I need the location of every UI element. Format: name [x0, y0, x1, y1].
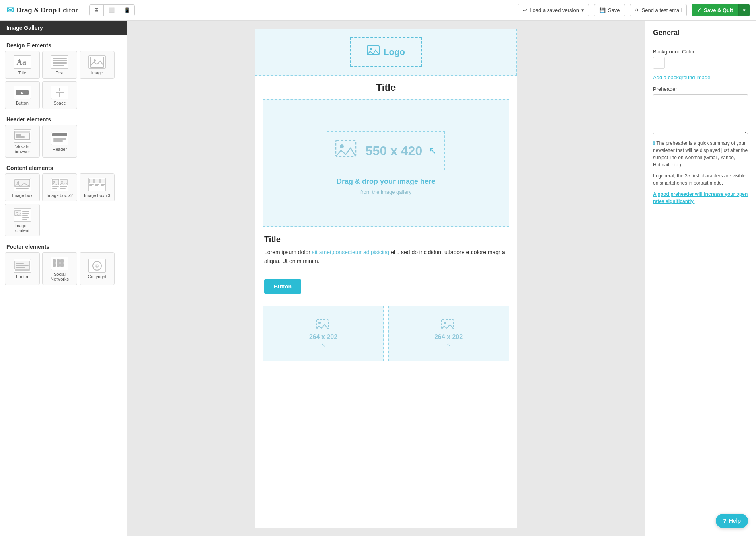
svg-rect-48 [16, 267, 25, 268]
text-element-card[interactable]: Text [42, 51, 77, 79]
image-box-x2-icon [51, 178, 68, 191]
image-gallery-button[interactable]: Image Gallery [0, 21, 127, 35]
save-quit-dropdown-button[interactable]: ▾ [738, 4, 750, 16]
svg-rect-12 [15, 131, 30, 133]
test-email-label: Send a test email [642, 7, 682, 13]
preheader-textarea[interactable] [653, 94, 748, 134]
svg-rect-17 [53, 140, 63, 142]
image-content-card[interactable]: Image + content [5, 204, 40, 236]
svg-point-59 [370, 48, 372, 50]
svg-rect-31 [101, 179, 105, 183]
canvas-title[interactable]: Title [255, 76, 517, 99]
social-networks-label: Social Networks [45, 272, 74, 281]
drag-drop-sub: from the image gallery [360, 189, 412, 195]
right-image-placeholder: 264 x 202 ↖ [435, 319, 463, 348]
logo-icon: ✉ [6, 5, 14, 16]
gallery-label: Image Gallery [6, 25, 43, 31]
tablet-device-button[interactable]: ⬜ [104, 5, 119, 16]
canvas-big-image-drop[interactable]: 550 x 420 ↖ Drag & drop your image here … [263, 99, 509, 227]
sidebar: Image Gallery Design Elements Aa| Title … [0, 21, 127, 536]
content-title: Title [264, 235, 508, 244]
design-elements-title: Design Elements [0, 38, 127, 51]
canvas-button[interactable]: Button [264, 279, 301, 294]
svg-point-22 [53, 181, 55, 183]
svg-rect-50 [53, 259, 56, 263]
social-networks-icon [51, 257, 68, 270]
panel-title: General [653, 29, 748, 37]
svg-point-63 [318, 322, 321, 324]
image-element-label: Image [91, 70, 103, 75]
svg-rect-36 [95, 185, 98, 186]
svg-rect-20 [16, 188, 29, 189]
svg-rect-18 [15, 179, 30, 187]
image-element-card[interactable]: Image [80, 51, 115, 79]
send-test-email-button[interactable]: ✈ Send a test email [630, 4, 687, 16]
save-button[interactable]: 💾 Save [594, 4, 625, 16]
save-quit-button[interactable]: ✓ Save & Quit [692, 4, 738, 16]
big-image-inner: 550 x 420 ↖ Drag & drop your image here … [327, 131, 445, 195]
svg-rect-16 [53, 138, 66, 140]
image-box-x2-card[interactable]: Image box x2 [42, 173, 77, 201]
svg-rect-30 [95, 179, 99, 183]
info-text1: The preheader is a quick summary of your… [653, 140, 748, 168]
logo-placeholder: Logo [350, 37, 422, 67]
save-quit-label: Save & Quit [704, 7, 733, 13]
view-in-browser-card[interactable]: View in browser [5, 125, 40, 158]
svg-rect-52 [60, 259, 64, 263]
title-element-card[interactable]: Aa| Title [5, 51, 40, 79]
footer-elements-title: Footer elements [0, 240, 127, 252]
copyright-card[interactable]: © Copyright [80, 252, 115, 285]
preheader-label: Preheader [653, 86, 748, 92]
svg-rect-41 [22, 213, 29, 214]
svg-rect-25 [52, 186, 59, 187]
svg-rect-15 [52, 133, 67, 136]
svg-rect-32 [89, 184, 94, 185]
desktop-device-button[interactable]: 🖥 [90, 5, 104, 16]
space-element-card[interactable]: Space [42, 81, 77, 109]
svg-point-65 [444, 322, 446, 324]
mobile-device-button[interactable]: 📱 [119, 5, 134, 16]
load-label: Load a saved version [530, 7, 579, 13]
svg-rect-46 [16, 263, 24, 264]
content-elements-title: Content elements [0, 161, 127, 173]
add-bg-image-link[interactable]: Add a background image [653, 74, 748, 80]
save-label: Save [608, 7, 620, 13]
social-networks-card[interactable]: Social Networks [42, 252, 77, 285]
footer-card[interactable]: Footer [5, 252, 40, 285]
image-box-card[interactable]: Image box [5, 173, 40, 201]
main-layout: Image Gallery Design Elements Aa| Title … [0, 21, 756, 536]
help-icon: ? [723, 518, 727, 524]
load-saved-version-button[interactable]: ↩ Load a saved version ▾ [518, 4, 589, 16]
svg-rect-34 [101, 184, 105, 185]
open-rates-link[interactable]: A good preheader will increase your open… [653, 191, 748, 204]
svg-rect-1 [53, 60, 67, 61]
canvas-left-image-drop[interactable]: 264 x 202 ↖ [263, 306, 384, 361]
svg-rect-26 [60, 186, 67, 187]
help-button[interactable]: ? Help [716, 514, 748, 528]
svg-rect-28 [60, 188, 66, 189]
canvas-right-image-drop[interactable]: 264 x 202 ↖ [388, 306, 509, 361]
image-box-x3-card[interactable]: Image box x3 [80, 173, 115, 201]
content-link[interactable]: sit amet,consectetur adipisicing [312, 249, 390, 255]
send-icon: ✈ [635, 7, 639, 13]
header-card[interactable]: Header [42, 125, 77, 158]
image-card-icon [88, 55, 106, 69]
image-box-x3-label: Image box x3 [84, 193, 110, 198]
header-elements-title: Header elements [0, 112, 127, 125]
title-card-icon: Aa| [14, 55, 31, 69]
canvas-btn-block: Button [255, 279, 517, 302]
info-icon: ℹ [653, 140, 655, 146]
canvas-logo-block[interactable]: Logo [255, 29, 517, 76]
svg-rect-2 [53, 62, 67, 64]
left-image-placeholder: 264 x 202 ↖ [309, 319, 337, 348]
app-name: Drag & Drop Editor [17, 6, 78, 14]
canvas-text-block[interactable]: Title Lorem ipsum dolor sit amet,consect… [255, 227, 517, 279]
copyright-icon: © [88, 259, 106, 273]
svg-rect-35 [89, 185, 92, 186]
background-color-swatch[interactable] [653, 57, 665, 69]
device-switcher: 🖥 ⬜ 📱 [89, 4, 135, 16]
button-element-card[interactable]: ▶ Button [5, 81, 40, 109]
bg-color-label: Background Color [653, 49, 748, 55]
svg-rect-27 [52, 188, 57, 189]
help-label: Help [729, 518, 741, 524]
